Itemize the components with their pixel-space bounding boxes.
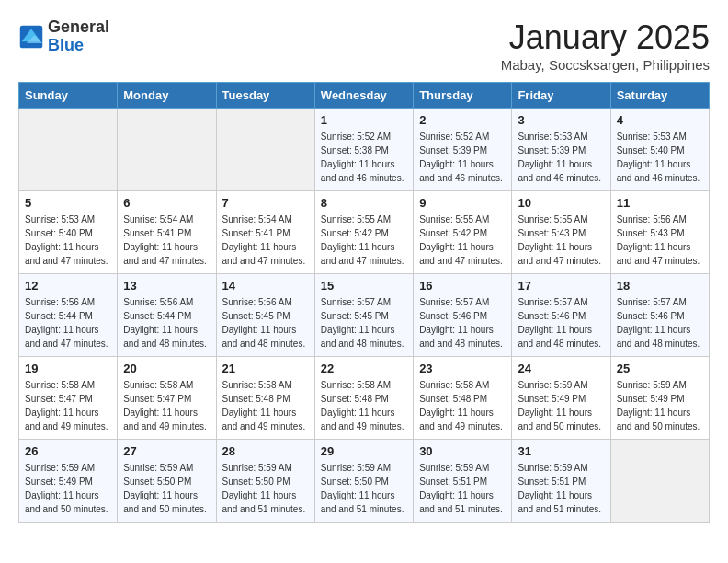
sunrise-info: Sunrise: 5:59 AMSunset: 5:51 PMDaylight:…	[518, 463, 601, 514]
calendar-cell: 5 Sunrise: 5:53 AMSunset: 5:40 PMDayligh…	[19, 191, 118, 274]
page-header: General Blue January 2025 Mabay, Soccsks…	[18, 18, 710, 73]
day-number: 25	[617, 362, 703, 375]
calendar-cell: 31 Sunrise: 5:59 AMSunset: 5:51 PMDaylig…	[512, 440, 610, 523]
weekday-header: Friday	[512, 83, 610, 109]
logo-icon	[18, 24, 44, 50]
calendar-cell	[118, 109, 216, 191]
day-number: 6	[123, 196, 210, 210]
logo-text: General Blue	[48, 18, 109, 55]
calendar-cell	[19, 109, 118, 191]
day-number: 13	[123, 279, 210, 293]
sunrise-info: Sunrise: 5:56 AMSunset: 5:43 PMDaylight:…	[617, 214, 700, 266]
calendar-cell: 25 Sunrise: 5:59 AMSunset: 5:49 PMDaylig…	[610, 357, 709, 440]
day-number: 30	[419, 444, 506, 458]
calendar-cell: 20 Sunrise: 5:58 AMSunset: 5:47 PMDaylig…	[118, 357, 216, 440]
sunrise-info: Sunrise: 5:58 AMSunset: 5:48 PMDaylight:…	[419, 380, 503, 431]
weekday-header-row: SundayMondayTuesdayWednesdayThursdayFrid…	[19, 83, 710, 109]
calendar-week-row: 5 Sunrise: 5:53 AMSunset: 5:40 PMDayligh…	[19, 191, 710, 274]
calendar-cell: 21 Sunrise: 5:58 AMSunset: 5:48 PMDaylig…	[216, 357, 314, 440]
calendar-cell: 2 Sunrise: 5:52 AMSunset: 5:39 PMDayligh…	[414, 109, 512, 191]
sunrise-info: Sunrise: 5:57 AMSunset: 5:46 PMDaylight:…	[518, 297, 601, 349]
sunrise-info: Sunrise: 5:52 AMSunset: 5:39 PMDaylight:…	[419, 132, 503, 183]
calendar-week-row: 12 Sunrise: 5:56 AMSunset: 5:44 PMDaylig…	[19, 274, 710, 357]
day-number: 4	[617, 113, 703, 127]
day-number: 5	[25, 196, 111, 210]
sunrise-info: Sunrise: 5:56 AMSunset: 5:45 PMDaylight:…	[222, 297, 306, 349]
sunrise-info: Sunrise: 5:57 AMSunset: 5:46 PMDaylight:…	[617, 297, 700, 349]
calendar-cell: 28 Sunrise: 5:59 AMSunset: 5:50 PMDaylig…	[216, 440, 314, 523]
month-title: January 2025	[501, 18, 710, 57]
sunrise-info: Sunrise: 5:55 AMSunset: 5:43 PMDaylight:…	[518, 214, 601, 266]
day-number: 11	[617, 196, 703, 210]
day-number: 31	[518, 444, 604, 458]
calendar-cell: 24 Sunrise: 5:59 AMSunset: 5:49 PMDaylig…	[512, 357, 610, 440]
day-number: 12	[25, 279, 111, 293]
day-number: 2	[419, 113, 506, 127]
sunrise-info: Sunrise: 5:59 AMSunset: 5:49 PMDaylight:…	[617, 380, 700, 431]
calendar-cell: 7 Sunrise: 5:54 AMSunset: 5:41 PMDayligh…	[216, 191, 314, 274]
day-number: 18	[617, 279, 703, 293]
day-number: 7	[222, 196, 309, 210]
weekday-header: Sunday	[19, 83, 118, 109]
calendar-cell: 3 Sunrise: 5:53 AMSunset: 5:39 PMDayligh…	[512, 109, 610, 191]
day-number: 17	[518, 279, 604, 293]
sunrise-info: Sunrise: 5:58 AMSunset: 5:48 PMDaylight:…	[321, 380, 404, 431]
calendar-cell: 4 Sunrise: 5:53 AMSunset: 5:40 PMDayligh…	[610, 109, 709, 191]
sunrise-info: Sunrise: 5:58 AMSunset: 5:48 PMDaylight:…	[222, 380, 306, 431]
day-number: 27	[123, 444, 210, 458]
sunrise-info: Sunrise: 5:58 AMSunset: 5:47 PMDaylight:…	[123, 380, 207, 431]
sunrise-info: Sunrise: 5:56 AMSunset: 5:44 PMDaylight:…	[123, 297, 207, 349]
day-number: 28	[222, 444, 309, 458]
weekday-header: Monday	[118, 83, 216, 109]
sunrise-info: Sunrise: 5:57 AMSunset: 5:46 PMDaylight:…	[419, 297, 503, 349]
sunrise-info: Sunrise: 5:58 AMSunset: 5:47 PMDaylight:…	[25, 380, 108, 431]
location-subtitle: Mabay, Soccsksargen, Philippines	[501, 57, 710, 73]
sunrise-info: Sunrise: 5:59 AMSunset: 5:49 PMDaylight:…	[518, 380, 601, 431]
sunrise-info: Sunrise: 5:54 AMSunset: 5:41 PMDaylight:…	[123, 214, 207, 266]
calendar-cell: 16 Sunrise: 5:57 AMSunset: 5:46 PMDaylig…	[414, 274, 512, 357]
calendar-cell: 22 Sunrise: 5:58 AMSunset: 5:48 PMDaylig…	[314, 357, 413, 440]
day-number: 29	[321, 444, 407, 458]
day-number: 24	[518, 362, 604, 375]
calendar-cell: 29 Sunrise: 5:59 AMSunset: 5:50 PMDaylig…	[314, 440, 413, 523]
calendar-cell: 13 Sunrise: 5:56 AMSunset: 5:44 PMDaylig…	[118, 274, 216, 357]
day-number: 16	[419, 279, 506, 293]
calendar-cell: 19 Sunrise: 5:58 AMSunset: 5:47 PMDaylig…	[19, 357, 118, 440]
calendar-table: SundayMondayTuesdayWednesdayThursdayFrid…	[18, 82, 710, 523]
sunrise-info: Sunrise: 5:53 AMSunset: 5:40 PMDaylight:…	[25, 214, 108, 266]
calendar-cell: 27 Sunrise: 5:59 AMSunset: 5:50 PMDaylig…	[118, 440, 216, 523]
day-number: 22	[321, 362, 407, 375]
calendar-cell: 10 Sunrise: 5:55 AMSunset: 5:43 PMDaylig…	[512, 191, 610, 274]
day-number: 8	[321, 196, 407, 210]
calendar-cell	[610, 440, 709, 523]
calendar-cell: 9 Sunrise: 5:55 AMSunset: 5:42 PMDayligh…	[414, 191, 512, 274]
day-number: 21	[222, 362, 309, 375]
logo: General Blue	[18, 18, 109, 55]
sunrise-info: Sunrise: 5:59 AMSunset: 5:50 PMDaylight:…	[321, 463, 404, 514]
sunrise-info: Sunrise: 5:52 AMSunset: 5:38 PMDaylight:…	[321, 132, 404, 183]
sunrise-info: Sunrise: 5:53 AMSunset: 5:39 PMDaylight:…	[518, 132, 601, 183]
calendar-cell: 23 Sunrise: 5:58 AMSunset: 5:48 PMDaylig…	[414, 357, 512, 440]
sunrise-info: Sunrise: 5:53 AMSunset: 5:40 PMDaylight:…	[617, 132, 700, 183]
day-number: 15	[321, 279, 407, 293]
calendar-cell: 6 Sunrise: 5:54 AMSunset: 5:41 PMDayligh…	[118, 191, 216, 274]
day-number: 23	[419, 362, 506, 375]
day-number: 14	[222, 279, 309, 293]
calendar-week-row: 19 Sunrise: 5:58 AMSunset: 5:47 PMDaylig…	[19, 357, 710, 440]
sunrise-info: Sunrise: 5:55 AMSunset: 5:42 PMDaylight:…	[321, 214, 404, 266]
sunrise-info: Sunrise: 5:59 AMSunset: 5:50 PMDaylight:…	[222, 463, 306, 514]
weekday-header: Tuesday	[216, 83, 314, 109]
weekday-header: Saturday	[610, 83, 709, 109]
calendar-cell: 15 Sunrise: 5:57 AMSunset: 5:45 PMDaylig…	[314, 274, 413, 357]
sunrise-info: Sunrise: 5:55 AMSunset: 5:42 PMDaylight:…	[419, 214, 503, 266]
calendar-cell: 14 Sunrise: 5:56 AMSunset: 5:45 PMDaylig…	[216, 274, 314, 357]
calendar-week-row: 1 Sunrise: 5:52 AMSunset: 5:38 PMDayligh…	[19, 109, 710, 191]
calendar-cell: 1 Sunrise: 5:52 AMSunset: 5:38 PMDayligh…	[314, 109, 413, 191]
sunrise-info: Sunrise: 5:59 AMSunset: 5:51 PMDaylight:…	[419, 463, 503, 514]
sunrise-info: Sunrise: 5:56 AMSunset: 5:44 PMDaylight:…	[25, 297, 108, 349]
title-block: January 2025 Mabay, Soccsksargen, Philip…	[501, 18, 710, 73]
sunrise-info: Sunrise: 5:59 AMSunset: 5:50 PMDaylight:…	[123, 463, 207, 514]
calendar-cell: 8 Sunrise: 5:55 AMSunset: 5:42 PMDayligh…	[314, 191, 413, 274]
sunrise-info: Sunrise: 5:59 AMSunset: 5:49 PMDaylight:…	[25, 463, 108, 514]
weekday-header: Wednesday	[314, 83, 413, 109]
